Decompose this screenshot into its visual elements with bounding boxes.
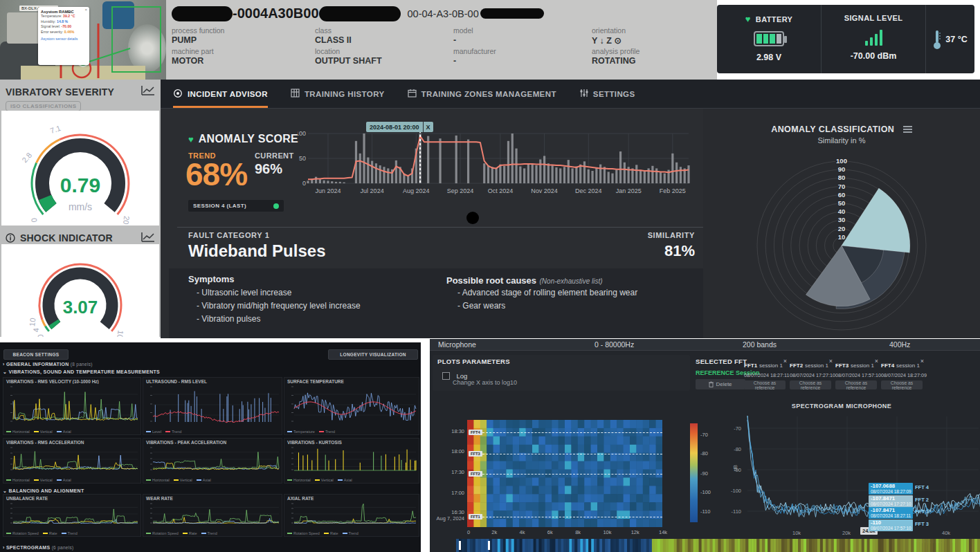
grafana-panel[interactable]: SURFACE TEMPERATURETemperatureTrend [284, 377, 419, 435]
grafana-dashboard: BEACON SETTINGS LONGEVITY VISUALIZATION … [0, 342, 421, 552]
close-icon[interactable]: × [84, 8, 87, 12]
legend-item[interactable]: Vertical [315, 478, 334, 482]
svg-text:10: 10 [28, 318, 37, 327]
legend-item[interactable]: Vertical [174, 478, 192, 482]
fft-card-fft1[interactable]: ×FFT1session 108/07/2024 18:27:11Choose … [744, 358, 787, 392]
thermometer-icon [933, 29, 941, 50]
meta-source: Microphone [438, 340, 476, 349]
fft-card-date: 08/07/2024 17:57:10 [835, 372, 878, 378]
legend-item[interactable]: Vertical [34, 478, 53, 482]
legend-item[interactable]: Rotation Speed [146, 531, 179, 535]
legend-item[interactable]: Axial [338, 478, 352, 482]
dashboard-root: BX-DLX-101-1C10 × Asystom RAMBC Temperat… [0, 0, 980, 552]
shock-indicator-title: SHOCK INDICATOR [20, 232, 113, 243]
cursor-close-icon[interactable]: X [424, 122, 433, 132]
fault-details-panel: Symptoms - Ultrasonic level increase- Vi… [169, 268, 703, 338]
session-badge[interactable]: SESSION 4 (LAST) [188, 200, 284, 212]
row-general-information[interactable]: › GENERAL INFORMATION (8 panels) [3, 362, 93, 367]
fft-tooltip-row: -11008/07/2024 17:57:10 [869, 519, 913, 531]
grafana-panel[interactable]: VIBRATIONS - RMS VELOCITY (10-1000 Hz)Ho… [3, 377, 141, 435]
anomaly-classification-chart[interactable]: 100908070605040302010 [706, 142, 977, 338]
longevity-visualization-button[interactable]: LONGEVITY VISUALIZATION [328, 349, 418, 360]
fault-name: Wideband Pulses [188, 241, 326, 261]
colorbar [690, 423, 698, 522]
grafana-panel[interactable]: UNBALANCE RATERotation SpeedRateTrend [3, 494, 141, 537]
grafana-panel-title: AXIAL RATE [284, 495, 419, 501]
legend-item[interactable]: Horizontal [146, 478, 170, 482]
grafana-panel[interactable]: VIBRATIONS - KURTOSISHorizontalVerticalA… [284, 438, 419, 484]
fft-series-label: FFT 2 [915, 497, 929, 503]
legend-item[interactable]: Trend [343, 531, 359, 535]
legend-item[interactable]: Horizontal [6, 430, 30, 434]
info-icon[interactable] [6, 233, 15, 243]
legend-item[interactable]: Axial [57, 478, 71, 482]
tab-training-history[interactable]: TRAINING HISTORY [291, 80, 385, 108]
legend-item[interactable]: Horizontal [6, 478, 30, 482]
choose-as-reference-button[interactable]: Choose as reference [744, 380, 786, 389]
grafana-panel[interactable]: AXIAL RATERotation SpeedRateTrend [284, 494, 419, 537]
close-icon[interactable]: × [875, 358, 878, 365]
overview-spectrogram-strip[interactable] [456, 539, 980, 552]
fft-marker-line [482, 454, 662, 454]
row-balancing[interactable]: ⌄ BALANCING AND ALIGNMENT [3, 488, 84, 494]
tab-incident-advisor[interactable]: INCIDENT ADVISOR [173, 80, 268, 108]
fft-line-chart[interactable] [745, 412, 980, 528]
iso-classifications-badge[interactable]: ISO CLASSIFICATIONS [6, 101, 81, 111]
menu-icon[interactable] [903, 125, 912, 134]
legend-item[interactable]: Temperature [287, 430, 315, 434]
fft-card-fft3[interactable]: ×FFT3session 108/07/2024 17:57:10Choose … [835, 358, 878, 392]
row-spectrograms[interactable]: › SPECTROGRAMS (6 panels) [3, 545, 74, 550]
fft-card-fft2[interactable]: ×FFT2session 108/07/2024 17:27:10Choose … [790, 358, 833, 392]
legend-item[interactable]: Trend [201, 531, 217, 535]
colorbar-tick: -100 [700, 489, 711, 495]
tab-settings[interactable]: SETTINGS [579, 80, 635, 108]
legend-item[interactable]: Trend [62, 531, 78, 535]
machine-photo[interactable]: BX-DLX-101-1C10 × Asystom RAMBC Temperat… [0, 0, 166, 80]
delete-button[interactable]: Delete [696, 379, 745, 389]
fft-marker-chip: FFT1 [469, 514, 482, 519]
anomaly-score-chart[interactable]: 050100Jun 2024Jul 2024Aug 2024Sep 2024Oc… [298, 127, 702, 196]
grafana-panel[interactable]: WEAR RATERotation SpeedRateTrend [143, 494, 282, 537]
redacted-id [172, 6, 233, 21]
log-checkbox[interactable] [442, 372, 450, 380]
sensor-details-link[interactable]: Asystom sensor details [41, 37, 87, 41]
fft-card-date: 08/07/2024 18:27:09 [881, 372, 924, 378]
sensor-tooltip-row: Humidity: 14.8 % [41, 19, 87, 25]
row-vibrations[interactable]: ⌄ VIBRATIONS, SOUND AND TEMPERATURE MEAS… [3, 369, 160, 375]
vibratory-chart-icon[interactable] [141, 85, 155, 96]
close-icon[interactable]: × [829, 358, 833, 365]
causes-note: (Non-exhaustive list) [540, 277, 603, 285]
legend-item[interactable]: Level [146, 430, 161, 434]
gauges-column: VIBRATORY SEVERITY ISO CLASSIFICATIONS 0… [0, 80, 161, 337]
legend-item[interactable]: Rate [183, 531, 197, 535]
legend-item[interactable]: Rate [43, 531, 57, 535]
legend-item[interactable]: Trend [165, 430, 181, 434]
choose-as-reference-button[interactable]: Choose as reference [790, 380, 831, 389]
close-icon[interactable]: × [783, 358, 787, 365]
sensor-tooltip[interactable]: × Asystom RAMBC Temperature: 39.2 °CHumi… [38, 7, 89, 65]
session-badge-label: SESSION 4 (LAST) [193, 203, 246, 209]
tab-training-zones-management[interactable]: TRAINING ZONES MANAGEMENT [408, 80, 556, 108]
legend-item[interactable]: Rate [324, 531, 338, 535]
choose-as-reference-button[interactable]: Choose as reference [881, 380, 923, 389]
plots-parameters-title: PLOTS PARAMETERS [437, 358, 510, 365]
fft-ytick: -90 [727, 467, 741, 473]
close-icon[interactable]: × [920, 358, 924, 365]
shock-gauge-card: 04101003.07 [1, 244, 159, 337]
legend-item[interactable]: Trend [319, 430, 335, 434]
beacon-settings-button[interactable]: BEACON SETTINGS [3, 349, 69, 360]
legend-item[interactable]: Axial [197, 478, 211, 482]
legend-item[interactable]: Rotation Speed [287, 531, 320, 535]
grafana-panel[interactable]: VIBRATIONS - RMS ACCELERATIONHorizontalV… [3, 438, 141, 484]
machine-field-label: class [315, 26, 332, 35]
legend-item[interactable]: Vertical [34, 430, 53, 434]
fft-card-fft4[interactable]: ×FFT4session 108/07/2024 18:27:09Choose … [881, 358, 924, 392]
grafana-panel[interactable]: VIBRATIONS - PEAK ACCELERATIONHorizontal… [143, 438, 282, 484]
legend-item[interactable]: Rotation Speed [6, 531, 39, 535]
shock-chart-icon[interactable] [141, 232, 155, 243]
legend-item[interactable]: Axial [57, 430, 71, 434]
choose-as-reference-button[interactable]: Choose as reference [835, 380, 877, 389]
symptoms-title: Symptoms [188, 274, 234, 284]
legend-item[interactable]: Horizontal [287, 478, 311, 482]
grafana-panel[interactable]: ULTRASOUND - RMS LEVELLevelTrend [143, 377, 282, 435]
